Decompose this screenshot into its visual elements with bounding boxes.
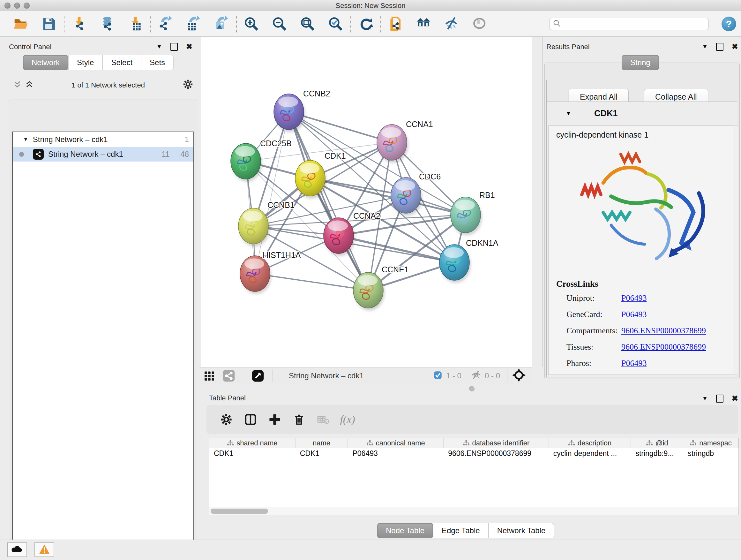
node-CCNA1[interactable] [377,125,408,163]
crosslink-row: Uniprot:P06493 [566,290,732,306]
crosshair-icon[interactable] [512,368,526,383]
crosslink-value-link[interactable]: P06493 [621,294,647,303]
toolbar-separator [350,15,351,33]
search-input[interactable] [549,18,709,30]
canvas-results-splitter[interactable] [532,37,543,367]
zoom-fit-icon[interactable] [293,14,322,34]
tab-select[interactable]: Select [103,55,141,70]
node-CDK1[interactable] [295,160,327,199]
hidden-eye-icon[interactable] [471,370,482,382]
crosslinks-list: Uniprot:P06493GeneCard:P06493Compartment… [566,290,732,371]
collapse-panel-icon[interactable]: ▼ [702,395,708,402]
network-row-selected[interactable]: String Network – cdk1 11 48 [13,147,193,162]
columns-icon[interactable] [239,413,263,426]
save-icon[interactable] [35,14,63,34]
column-header-description[interactable]: description [549,438,631,448]
function-builder-icon[interactable]: f(x) [335,414,360,426]
column-header-database-identifier[interactable]: database identifier [444,438,549,448]
control-panel: Control Panel ▼ ✖ NetworkStyleSelectSets… [3,37,199,540]
refresh-icon[interactable] [352,14,380,34]
export-network-icon[interactable] [151,14,179,34]
table-hscrollbar[interactable] [209,507,738,515]
delete-table-icon[interactable] [311,413,335,426]
help-button[interactable]: ? [722,17,736,31]
node-RB1[interactable] [451,197,482,235]
import-table-icon[interactable] [121,14,149,34]
tab-string[interactable]: String [622,55,659,70]
node-CDC6[interactable] [391,178,422,216]
float-panel-icon[interactable] [716,395,724,402]
network-grid-icon[interactable] [199,370,219,381]
node-CCNB1[interactable] [239,208,270,246]
column-header-namespac[interactable]: namespac [683,438,738,448]
collapse-all-trees-icon[interactable] [13,80,22,91]
results-scrollbar[interactable] [733,125,738,375]
cloud-button[interactable] [7,543,27,557]
node-HIST1H1A[interactable] [240,256,271,294]
close-panel-icon[interactable]: ✖ [732,394,738,403]
hide-eye-icon[interactable] [438,14,466,34]
import-network-icon[interactable] [65,14,93,34]
entry-collapse-icon[interactable]: ▼ [565,110,571,117]
expand-all-trees-icon[interactable] [25,80,34,91]
close-panel-icon[interactable]: ✖ [732,42,738,51]
table-hscrollbar-thumb[interactable] [211,509,268,514]
gear-icon[interactable] [214,413,239,426]
network-options-gear-icon[interactable] [183,79,193,91]
collapse-panel-icon[interactable]: ▼ [702,44,708,50]
network-collection-row[interactable]: ▼ String Network – cdk1 1 [13,132,193,147]
node-CDC25B[interactable] [231,143,262,182]
float-panel-icon[interactable] [171,43,178,51]
crosslink-value-link[interactable]: P06493 [621,359,647,368]
table-row[interactable]: CDK1CDK1P064939606.ENSP00000378699cyclin… [209,448,738,458]
horizontal-splitter-handle[interactable] [469,386,475,391]
node-label-CDC6: CDC6 [419,172,441,181]
crosslink-value-link[interactable]: P06493 [621,310,647,319]
column-header--id[interactable]: @id [631,438,683,448]
table-header-row: shared namenamecanonical namedatabase id… [209,438,738,448]
tab-sets[interactable]: Sets [141,55,174,70]
add-column-icon[interactable] [263,413,287,426]
zoom-in-icon[interactable] [238,14,266,34]
title-bar: Session: New Session [0,0,741,11]
delete-column-icon[interactable] [287,414,311,426]
table-panel-title: Table Panel [209,394,246,402]
export-image-icon[interactable] [207,14,235,34]
table-cell: P06493 [348,448,444,458]
status-bar: Memory [0,540,741,560]
zoom-selected-icon[interactable] [322,14,350,34]
tree-expand-icon[interactable]: ▼ [23,136,28,143]
network-view-toolbar: String Network – cdk1 1 - 0 0 - 0 [199,367,532,384]
float-panel-icon[interactable] [716,43,724,51]
node-CDKN1A[interactable] [440,245,471,283]
network-share-icon[interactable] [219,369,239,382]
node-CCNB2[interactable] [274,94,305,132]
tab-node-table[interactable]: Node Table [377,523,433,538]
open-folder-icon[interactable] [7,14,35,34]
export-table-icon[interactable] [179,14,207,34]
homes-icon[interactable] [410,14,438,34]
show-eye-icon[interactable] [466,14,494,34]
import-database-icon[interactable] [93,14,121,34]
tab-network-table[interactable]: Network Table [488,523,554,538]
column-header-name[interactable]: name [295,438,348,448]
birds-eye-view-icon[interactable] [248,369,268,382]
share-document-icon[interactable] [382,14,410,34]
warning-button[interactable] [35,543,54,557]
crosslink-value-link[interactable]: 9606.ENSP00000378699 [621,342,706,352]
tab-edge-table[interactable]: Edge Table [433,523,488,538]
network-collection-count: 1 [185,135,189,144]
zoom-out-icon[interactable] [266,14,293,34]
column-header-canonical-name[interactable]: canonical name [348,438,444,448]
collapse-panel-icon[interactable]: ▼ [156,44,162,50]
node-CCNA2[interactable] [324,218,355,256]
crosslink-value-link[interactable]: 9606.ENSP00000378699 [621,326,706,335]
network-canvas[interactable]: CCNB2CCNA1CDC25BCDK1CDC6RB1CCNB1CCNA2CDK… [201,37,532,367]
tab-style[interactable]: Style [68,55,103,70]
selected-checkbox-icon[interactable] [433,371,442,381]
close-panel-icon[interactable]: ✖ [186,42,192,51]
tab-network[interactable]: Network [23,55,68,70]
column-header-shared-name[interactable]: shared name [209,438,295,448]
entry-description: cyclin-dependent kinase 1 [556,130,649,139]
node-CCNE1[interactable] [353,272,385,311]
